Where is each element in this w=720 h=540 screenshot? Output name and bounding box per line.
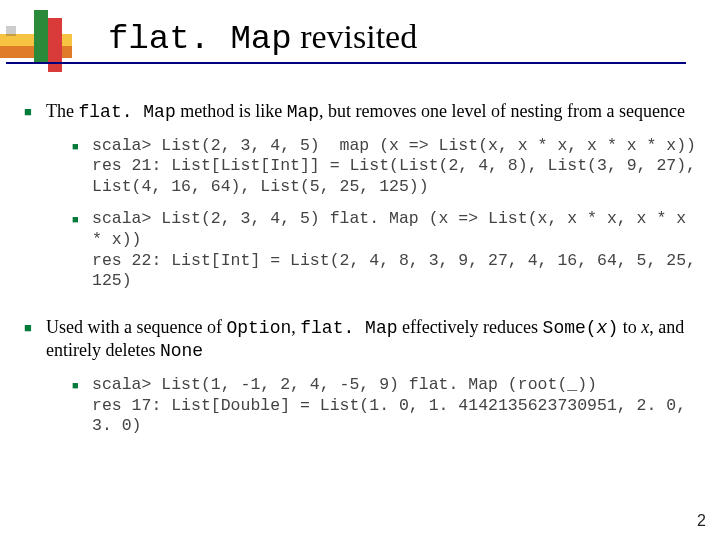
page-number: 2 <box>697 512 706 530</box>
bullet-1: ■ The flat. Map method is like Map, but … <box>24 100 700 302</box>
svg-rect-3 <box>34 10 48 64</box>
svg-rect-0 <box>0 34 72 46</box>
title-underline <box>6 62 686 64</box>
code-example-2: ■ scala> List(2, 3, 4, 5) flat. Map (x =… <box>72 209 700 292</box>
bullet-1-text: The flat. Map method is like Map, but re… <box>46 100 700 302</box>
bullet-icon: ■ <box>24 100 46 120</box>
code-text: scala> List(2, 3, 4, 5) flat. Map (x => … <box>92 209 700 292</box>
title-rest: revisited <box>292 18 418 55</box>
code-example-1: ■ scala> List(2, 3, 4, 5) map (x => List… <box>72 136 700 198</box>
bullet-2: ■ Used with a sequence of Option, flat. … <box>24 316 700 447</box>
title-code: flat. Map <box>108 20 292 58</box>
bullet-icon: ■ <box>24 316 46 336</box>
svg-rect-4 <box>6 26 16 36</box>
code-text: scala> List(2, 3, 4, 5) map (x => List(x… <box>92 136 700 198</box>
slide-title: flat. Map revisited <box>108 18 417 58</box>
slide-body: ■ The flat. Map method is like Map, but … <box>24 100 700 461</box>
code-example-3: ■ scala> List(1, -1, 2, 4, -5, 9) flat. … <box>72 375 700 437</box>
bullet-icon: ■ <box>72 209 92 227</box>
corner-decoration <box>0 0 120 90</box>
svg-rect-1 <box>0 46 72 58</box>
code-text: scala> List(1, -1, 2, 4, -5, 9) flat. Ma… <box>92 375 700 437</box>
bullet-icon: ■ <box>72 136 92 154</box>
bullet-icon: ■ <box>72 375 92 393</box>
slide: flat. Map revisited ■ The flat. Map meth… <box>0 0 720 540</box>
bullet-2-text: Used with a sequence of Option, flat. Ma… <box>46 316 700 447</box>
